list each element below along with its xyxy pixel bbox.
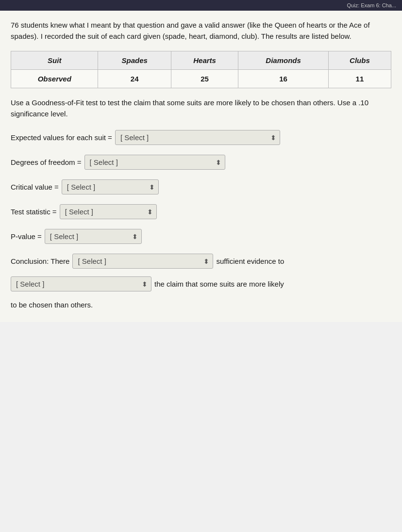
col-hearts: Hearts: [171, 51, 238, 69]
intro-paragraph: 76 students knew what I meant by that qu…: [11, 19, 391, 42]
critical-label: Critical value =: [11, 183, 59, 191]
expected-select[interactable]: [ Select ]: [115, 130, 280, 145]
conclusion-row: Conclusion: There [ Select ] ⬍ sufficien…: [11, 254, 391, 269]
conclusion-select-wrapper: [ Select ] ⬍: [72, 254, 213, 269]
statistic-label: Test statistic =: [11, 208, 57, 216]
pvalue-select-wrapper: [ Select ] ⬍: [45, 229, 142, 244]
conclusion-prefix: Conclusion: There: [11, 257, 69, 265]
critical-select-wrapper: [ Select ] ⬍: [62, 179, 159, 194]
row-observed-label: Observed: [11, 69, 98, 88]
main-content: 76 students knew what I meant by that qu…: [0, 11, 402, 322]
row-observed-diamonds: 16: [238, 69, 329, 88]
final-line: to be chosen than others.: [11, 299, 391, 310]
last-select-row: [ Select ] ⬍ the claim that some suits a…: [11, 276, 391, 291]
row-observed-clubs: 11: [328, 69, 391, 88]
freedom-row: Degrees of freedom = [ Select ] ⬍: [11, 155, 391, 170]
test-statistic-row: Test statistic = [ Select ] ⬍: [11, 204, 391, 219]
expected-label: Expected values for each suit =: [11, 133, 112, 142]
freedom-label: Degrees of freedom =: [11, 158, 82, 166]
last-select-wrapper: [ Select ] ⬍: [11, 276, 151, 291]
conclusion-select[interactable]: [ Select ]: [72, 254, 213, 269]
table-header-row: Suit Spades Hearts Diamonds Clubs: [11, 51, 391, 69]
expected-values-row: Expected values for each suit = [ Select…: [11, 130, 391, 145]
statistic-select[interactable]: [ Select ]: [60, 204, 157, 219]
row-observed-spades: 24: [98, 69, 171, 88]
col-clubs: Clubs: [328, 51, 391, 69]
pvalue-label: P-value =: [11, 232, 42, 241]
expected-select-wrapper: [ Select ] ⬍: [115, 130, 280, 145]
critical-select[interactable]: [ Select ]: [62, 179, 159, 194]
top-bar: Quiz: Exam 6: Cha...: [0, 0, 402, 11]
col-diamonds: Diamonds: [238, 51, 329, 69]
row-observed-hearts: 25: [171, 69, 238, 88]
freedom-select[interactable]: [ Select ]: [84, 155, 225, 170]
table-row: Observed 24 25 16 11: [11, 69, 391, 88]
col-spades: Spades: [98, 51, 171, 69]
pvalue-select[interactable]: [ Select ]: [45, 229, 142, 244]
freedom-select-wrapper: [ Select ] ⬍: [84, 155, 225, 170]
instructions-text: Use a Goodness-of-Fit test to test the c…: [11, 97, 391, 120]
col-suit: Suit: [11, 51, 98, 69]
last-select[interactable]: [ Select ]: [11, 276, 151, 291]
pvalue-row: P-value = [ Select ] ⬍: [11, 229, 391, 244]
statistic-select-wrapper: [ Select ] ⬍: [60, 204, 157, 219]
data-table: Suit Spades Hearts Diamonds Clubs Observ…: [11, 51, 391, 88]
critical-value-row: Critical value = [ Select ] ⬍: [11, 179, 391, 194]
conclusion-suffix: sufficient evidence to: [216, 257, 284, 265]
end-text: the claim that some suits are more likel…: [154, 280, 284, 288]
quiz-title: Quiz: Exam 6: Cha...: [347, 2, 396, 8]
